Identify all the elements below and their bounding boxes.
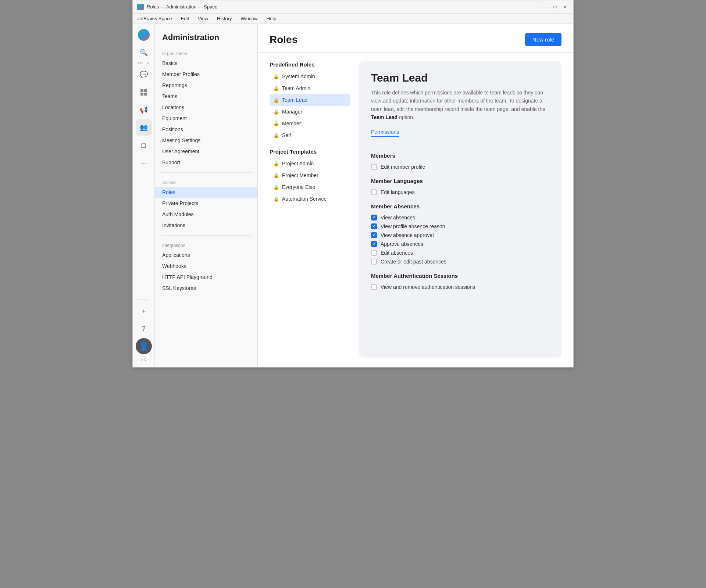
- checkbox-view-absences[interactable]: [371, 215, 377, 220]
- sidebar-item-user-agreement[interactable]: User Agreement: [155, 146, 257, 157]
- menu-history[interactable]: History: [215, 15, 233, 22]
- role-item-system-admin[interactable]: 🔒 System Admin: [270, 71, 350, 82]
- lock-icon: 🔒: [273, 97, 279, 103]
- svg-rect-3: [144, 93, 147, 96]
- role-item-team-lead[interactable]: 🔒 Team Lead: [270, 94, 350, 106]
- role-label-system-admin: System Admin: [282, 74, 315, 79]
- main-content: Roles New role Predefined Roles 🔒 System…: [258, 24, 573, 367]
- sidebar-divider-1: [161, 172, 252, 173]
- sidebar-item-http-api[interactable]: HTTP API Playground: [155, 272, 257, 283]
- checkbox-view-absence-approval[interactable]: [371, 232, 377, 238]
- menu-help[interactable]: Help: [265, 15, 278, 22]
- perm-section-auth-title: Member Authentication Sessions: [371, 273, 550, 279]
- perm-item-edit-absences: Edit absences: [371, 248, 550, 257]
- role-item-manager[interactable]: 🔒 Manager: [270, 106, 350, 118]
- search-shortcut-label: Ctrl + K: [138, 61, 149, 65]
- people-icon[interactable]: 👥: [136, 119, 152, 136]
- checkbox-create-past-absences[interactable]: [371, 259, 377, 265]
- perm-label-view-absence-reason: View profile absence reason: [381, 223, 445, 229]
- perm-label-view-auth-sessions: View and remove authentication sessions: [381, 284, 475, 290]
- section-label-integrations: Integrations: [155, 240, 257, 250]
- more-icon[interactable]: ···: [136, 155, 152, 171]
- add-icon[interactable]: ＋: [136, 303, 152, 319]
- perm-section-members-title: Members: [371, 153, 550, 159]
- sidebar-item-teams[interactable]: Teams: [155, 91, 257, 102]
- role-item-everyone-else[interactable]: 🔒 Everyone Else: [270, 181, 350, 193]
- menu-window[interactable]: Window: [239, 15, 259, 22]
- menu-jetbrains-space[interactable]: JetBrains Space: [136, 15, 174, 22]
- sidebar-item-roles[interactable]: Roles: [155, 187, 257, 198]
- role-item-project-member[interactable]: 🔒 Project Member: [270, 169, 350, 181]
- sidebar-item-locations[interactable]: Locations: [155, 102, 257, 113]
- app-body: 🔍 Ctrl + K 💬 📢 👥 ◻ ··· ＋ ? 👤 ‹ › Adminis…: [133, 24, 573, 367]
- section-label-organization: Organization: [155, 48, 257, 58]
- lock-icon: 🔒: [273, 133, 279, 138]
- role-label-manager: Manager: [282, 109, 302, 115]
- lock-icon: 🔒: [273, 161, 279, 166]
- sidebar-item-invitations[interactable]: Invitations: [155, 220, 257, 231]
- main-header: Roles New role: [258, 24, 573, 53]
- menu-view[interactable]: View: [196, 15, 210, 22]
- menu-edit[interactable]: Edit: [179, 15, 190, 22]
- role-item-self[interactable]: 🔒 Self: [270, 129, 350, 141]
- app-icon: [137, 4, 144, 10]
- back-button[interactable]: ‹: [141, 357, 143, 363]
- dashboard-icon[interactable]: [136, 84, 152, 100]
- perm-label-create-past-absences: Create or edit past absences: [381, 259, 446, 265]
- role-name: Team Lead: [371, 72, 550, 84]
- checkbox-view-absence-reason[interactable]: [371, 223, 377, 229]
- avatar[interactable]: 👤: [136, 338, 152, 354]
- checkbox-edit-languages[interactable]: [371, 189, 377, 195]
- sidebar-item-auth-modules[interactable]: Auth Modules: [155, 209, 257, 220]
- sidebar-item-applications[interactable]: Applications: [155, 250, 257, 261]
- sidebar-item-meeting-settings[interactable]: Meeting Settings: [155, 135, 257, 146]
- perm-item-view-auth-sessions: View and remove authentication sessions: [371, 283, 550, 291]
- permissions-tab[interactable]: Permissions: [371, 129, 399, 137]
- sidebar-item-private-projects[interactable]: Private Projects: [155, 198, 257, 209]
- project-templates-title: Project Templates: [270, 148, 350, 155]
- role-item-project-admin[interactable]: 🔒 Project Admin: [270, 158, 350, 169]
- logo-icon[interactable]: [136, 27, 152, 43]
- perm-item-view-absence-approval: View absence approval: [371, 231, 550, 240]
- lock-icon: 🔒: [273, 121, 279, 126]
- sidebar-item-reportings[interactable]: Reportings: [155, 80, 257, 91]
- broadcast-icon[interactable]: 📢: [136, 102, 152, 118]
- minimize-button[interactable]: ─: [541, 3, 548, 11]
- perm-item-edit-member-profile: Edit member profile: [371, 162, 550, 171]
- checkbox-edit-member-profile[interactable]: [371, 164, 377, 170]
- window-controls: ─ ▭ ✕: [541, 3, 569, 11]
- new-role-button[interactable]: New role: [525, 33, 561, 46]
- checkbox-view-auth-sessions[interactable]: [371, 284, 377, 290]
- checkbox-approve-absences[interactable]: [371, 241, 377, 247]
- search-rail-item[interactable]: 🔍 Ctrl + K: [136, 44, 152, 65]
- sidebar-divider-2: [161, 235, 252, 236]
- role-item-member[interactable]: 🔒 Member: [270, 118, 350, 129]
- predefined-roles-title: Predefined Roles: [270, 61, 350, 68]
- role-item-team-admin[interactable]: 🔒 Team Admin: [270, 82, 350, 94]
- maximize-button[interactable]: ▭: [551, 3, 559, 11]
- lock-icon: 🔒: [273, 109, 279, 115]
- perm-item-edit-languages: Edit languages: [371, 188, 550, 197]
- chat-icon[interactable]: 💬: [136, 67, 152, 83]
- sidebar-item-member-profiles[interactable]: Member Profiles: [155, 69, 257, 80]
- role-label-self: Self: [282, 132, 291, 138]
- svg-rect-2: [140, 93, 143, 96]
- checkbox-edit-absences[interactable]: [371, 250, 377, 256]
- sidebar-item-basics[interactable]: Basics: [155, 58, 257, 69]
- sidebar-item-webhooks[interactable]: Webhooks: [155, 261, 257, 272]
- perm-label-view-absence-approval: View absence approval: [381, 232, 434, 238]
- role-label-everyone-else: Everyone Else: [282, 184, 315, 190]
- role-description-bold: Team Lead: [371, 114, 397, 120]
- box-icon[interactable]: ◻: [136, 137, 152, 153]
- role-description: This role defines which permissions are …: [371, 89, 550, 122]
- sidebar-item-equipment[interactable]: Equipment: [155, 113, 257, 124]
- perm-label-approve-absences: Approve absences: [381, 241, 423, 247]
- sidebar-item-support[interactable]: Support: [155, 157, 257, 168]
- role-item-automation-service[interactable]: 🔒 Automation Service: [270, 193, 350, 205]
- search-icon[interactable]: 🔍: [136, 44, 152, 61]
- close-button[interactable]: ✕: [561, 3, 569, 11]
- help-icon[interactable]: ?: [136, 320, 152, 337]
- forward-button[interactable]: ›: [145, 357, 146, 363]
- sidebar-item-positions[interactable]: Positions: [155, 124, 257, 135]
- sidebar-item-ssl-keystores[interactable]: SSL Keystores: [155, 283, 257, 294]
